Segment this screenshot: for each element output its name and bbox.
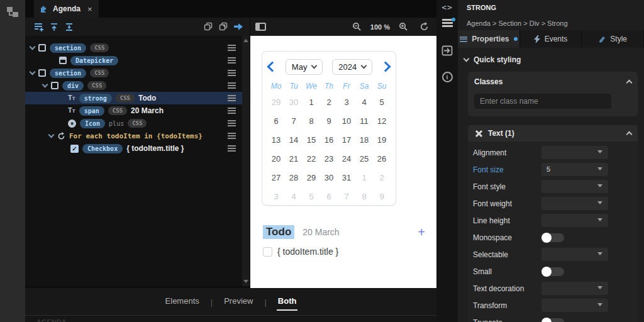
checked-checkbox-icon[interactable]: ✓ (70, 145, 79, 153)
export-icon[interactable] (441, 45, 453, 56)
day-cell[interactable]: 3 (267, 187, 285, 206)
copy-icon[interactable] (201, 20, 216, 34)
css-pill[interactable]: CSS (90, 43, 109, 52)
quick-styling-header[interactable]: Quick styling (464, 55, 644, 64)
tab-events[interactable]: Events (520, 30, 582, 48)
collapse-icon[interactable] (626, 80, 633, 86)
tree-row[interactable]: TTstrongCSSTodo (25, 92, 242, 104)
day-cell[interactable]: 7 (338, 187, 355, 206)
day-cell[interactable]: 23 (320, 150, 338, 169)
expand-chevron-icon[interactable] (42, 81, 48, 87)
element-checkbox[interactable] (38, 44, 46, 52)
tree-row[interactable]: TTspanCSS20 March (25, 104, 242, 117)
day-cell[interactable]: 18 (355, 131, 373, 150)
go-arrow-icon[interactable] (231, 20, 246, 34)
property-select[interactable] (541, 299, 608, 312)
tree-row[interactable]: sectionCSS (25, 67, 242, 79)
day-cell[interactable]: 28 (285, 169, 303, 187)
zoom-level[interactable]: 100 % (370, 23, 390, 31)
tag-pill[interactable]: section (50, 43, 86, 53)
add-element-icon[interactable] (31, 20, 47, 34)
move-up-icon[interactable] (47, 20, 62, 34)
day-cell[interactable]: 4 (355, 93, 373, 112)
day-cell[interactable]: 14 (285, 131, 303, 150)
tree-row[interactable]: For each todoItem in {todoItems} (25, 130, 242, 142)
day-cell[interactable]: 1 (355, 169, 373, 187)
year-select[interactable]: 2024 (332, 59, 372, 75)
view-tab-preview[interactable]: Preview (223, 294, 254, 311)
tree-row[interactable]: divCSS (25, 79, 242, 92)
day-cell[interactable]: 2 (320, 93, 338, 112)
zoom-out-icon[interactable] (350, 20, 365, 34)
css-pill[interactable]: CSS (108, 106, 127, 115)
todo-checkbox[interactable] (263, 247, 272, 257)
row-menu-icon[interactable] (228, 145, 236, 152)
add-todo-icon[interactable]: + (418, 226, 425, 238)
prev-month-icon[interactable] (267, 62, 278, 72)
day-cell[interactable]: 17 (338, 131, 355, 150)
day-cell[interactable]: 1 (303, 93, 320, 112)
layout-view-icon[interactable] (255, 23, 266, 31)
tag-pill[interactable]: Icon (80, 119, 105, 128)
tag-pill[interactable]: Datepicker (70, 56, 118, 65)
day-cell[interactable]: 7 (285, 112, 303, 131)
property-select[interactable] (541, 197, 608, 210)
day-cell[interactable]: 15 (303, 131, 320, 150)
property-select[interactable] (541, 282, 608, 295)
todo-title-selected[interactable]: Todo (263, 225, 294, 239)
month-select[interactable]: May (286, 59, 323, 75)
day-cell[interactable]: 6 (320, 187, 338, 206)
zoom-in-icon[interactable] (396, 20, 411, 34)
day-cell[interactable]: 4 (285, 187, 303, 206)
collapse-icon[interactable] (626, 131, 633, 138)
tab-properties[interactable]: Properties (458, 30, 520, 48)
day-cell[interactable]: 29 (303, 169, 320, 187)
day-cell[interactable]: 31 (338, 169, 355, 187)
css-pill[interactable]: CSS (87, 81, 106, 90)
tab-close-icon[interactable]: × (87, 4, 92, 14)
day-cell[interactable]: 19 (373, 131, 391, 150)
day-cell[interactable]: 9 (320, 112, 338, 131)
panel-list-icon[interactable] (441, 19, 453, 27)
row-menu-icon[interactable] (228, 120, 236, 126)
paste-icon[interactable] (216, 20, 231, 34)
day-cell[interactable]: 8 (355, 187, 373, 206)
day-cell[interactable]: 27 (267, 169, 285, 187)
property-toggle[interactable] (541, 233, 564, 242)
css-pill[interactable]: CSS (90, 69, 109, 77)
expand-chevron-icon[interactable] (30, 69, 36, 75)
day-cell[interactable]: 30 (320, 169, 338, 187)
element-checkbox[interactable] (51, 82, 58, 89)
day-cell[interactable]: 29 (267, 93, 285, 112)
day-cell[interactable]: 13 (267, 131, 285, 150)
property-select[interactable] (541, 248, 608, 261)
app-structure-icon[interactable] (6, 5, 19, 19)
tag-pill[interactable]: strong (79, 94, 112, 103)
tree-row[interactable]: Datepicker (25, 54, 242, 67)
class-name-input[interactable] (474, 94, 611, 109)
expand-chevron-icon[interactable] (48, 131, 55, 138)
day-cell[interactable]: 10 (338, 112, 355, 131)
expand-chevron-icon[interactable] (30, 43, 36, 50)
view-tab-both[interactable]: Both (277, 294, 298, 311)
day-cell[interactable]: 2 (373, 169, 391, 187)
day-cell[interactable]: 30 (285, 93, 303, 112)
row-menu-icon[interactable] (228, 108, 236, 114)
row-menu-icon[interactable] (228, 95, 236, 101)
css-pill[interactable]: CSS (116, 94, 135, 103)
tree-row[interactable]: ✓Checkbox{ todoItem.title } (25, 142, 242, 155)
scroll-down-icon[interactable] (243, 280, 248, 283)
day-cell[interactable]: 3 (338, 93, 355, 112)
day-cell[interactable]: 8 (303, 112, 320, 131)
row-menu-icon[interactable] (228, 133, 236, 139)
day-cell[interactable]: 16 (320, 131, 338, 150)
row-menu-icon[interactable] (228, 70, 236, 76)
tag-pill[interactable]: section (50, 69, 86, 78)
tag-pill[interactable]: div (62, 81, 84, 91)
day-cell[interactable]: 25 (355, 150, 373, 169)
property-select[interactable]: 5 (541, 163, 608, 176)
property-select[interactable] (541, 146, 608, 159)
scroll-up-icon[interactable] (243, 39, 248, 42)
collapse-icon[interactable] (62, 20, 77, 34)
day-cell[interactable]: 6 (267, 112, 285, 131)
